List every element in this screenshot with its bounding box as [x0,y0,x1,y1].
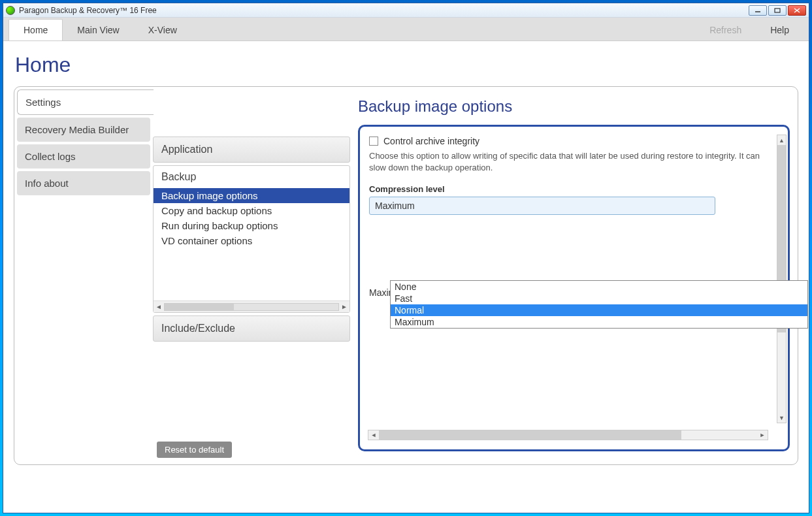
tab-main-view[interactable]: Main View [63,20,133,40]
compression-level-dropdown[interactable]: None Fast Normal Maximum [390,280,808,329]
svg-rect-1 [775,8,780,12]
maximize-icon [774,8,781,13]
compression-option-normal[interactable]: Normal [391,304,807,316]
section-backup: Backup Backup image options Copy and bac… [153,165,350,313]
window-controls [749,5,806,16]
settings-sections: Application Backup Backup image options … [153,87,350,464]
settings-frame: Settings Recovery Media Builder Collect … [14,86,798,465]
maximize-button[interactable] [768,5,787,16]
tab-home[interactable]: Home [8,19,63,40]
sidebar-item-settings[interactable]: Settings [17,89,154,115]
sublist-vd-container-options[interactable]: VD container options [154,233,349,248]
scroll-right-icon[interactable]: ► [339,303,349,310]
reset-to-default-button[interactable]: Reset to default [157,442,232,458]
minimize-button[interactable] [749,5,767,16]
sublist-hscrollbar[interactable]: ◄ ► [154,300,349,312]
close-icon [794,8,800,13]
content: Home Settings Recovery Media Builder Col… [3,41,809,513]
app-window: Paragon Backup & Recovery™ 16 Free Home … [3,3,809,513]
compression-level-label: Compression level [369,184,779,194]
detail-vscrollbar[interactable]: ▲ ▼ [777,135,787,423]
integrity-description: Choose this option to allow writing of s… [369,150,779,174]
compression-option-fast[interactable]: Fast [391,293,807,304]
compression-option-none[interactable]: None [391,281,807,293]
scroll-left-icon[interactable]: ◄ [154,303,164,310]
sublist-copy-backup-options[interactable]: Copy and backup options [154,203,349,218]
tabbar: Home Main View X-View Refresh Help [3,18,809,41]
tab-x-view[interactable]: X-View [134,20,191,40]
control-integrity-label: Control archive integrity [383,136,479,146]
split-partial-text [369,268,779,278]
minimize-icon [755,8,761,13]
sublist-backup-image-options[interactable]: Backup image options [154,188,349,203]
detail-title: Backup image options [358,97,790,116]
sidebar-item-recovery-media[interactable]: Recovery Media Builder [17,118,150,142]
app-title: Paragon Backup & Recovery™ 16 Free [19,6,749,15]
control-integrity-checkbox[interactable] [369,137,378,146]
scroll-down-icon[interactable]: ▼ [777,413,786,423]
tab-refresh[interactable]: Refresh [695,20,756,40]
tab-help[interactable]: Help [756,20,804,40]
section-application[interactable]: Application [153,137,350,163]
sidebar: Settings Recovery Media Builder Collect … [14,87,153,464]
sublist-run-during-backup[interactable]: Run during backup options [154,218,349,233]
detail-column: Backup image options Control archive int… [350,87,798,464]
titlebar: Paragon Backup & Recovery™ 16 Free [3,3,809,18]
backup-sublist: Backup image options Copy and backup opt… [154,188,349,248]
detail-hscrollbar[interactable]: ◄ ► [368,430,768,440]
detail-scroll-right-icon[interactable]: ► [757,432,768,438]
compression-option-maximum[interactable]: Maximum [391,316,807,328]
page-title: Home [15,53,798,77]
sidebar-item-info-about[interactable]: Info about [17,171,150,195]
scroll-up-icon[interactable]: ▲ [777,135,786,145]
sidebar-item-collect-logs[interactable]: Collect logs [17,144,150,169]
detail-scroll-left-icon[interactable]: ◄ [368,432,379,438]
close-button[interactable] [788,5,806,16]
section-include-exclude[interactable]: Include/Exclude [153,315,350,342]
section-backup-header[interactable]: Backup [154,166,349,188]
app-icon [6,6,15,15]
compression-level-select[interactable]: Maximum [369,197,715,215]
